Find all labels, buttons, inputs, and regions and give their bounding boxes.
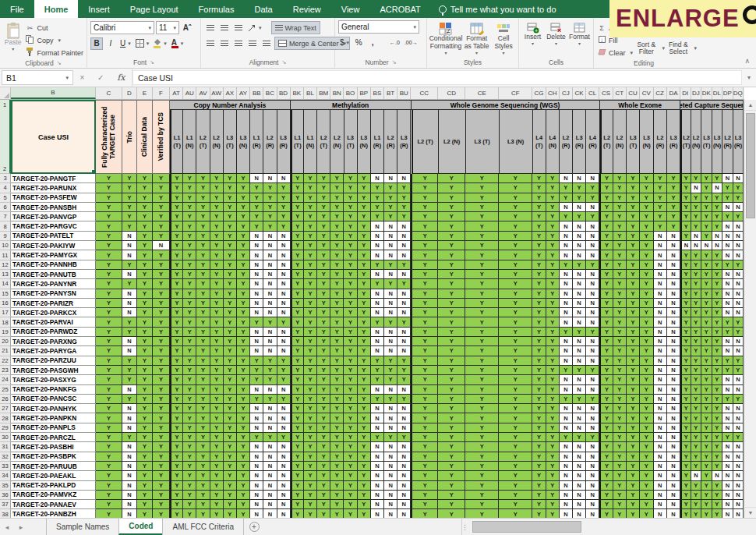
- data-cell[interactable]: N: [371, 299, 384, 308]
- data-cell[interactable]: Y: [411, 462, 438, 471]
- data-cell[interactable]: Y: [465, 509, 499, 518]
- data-cell[interactable]: N: [586, 337, 599, 346]
- group-title-copy-number-analysis[interactable]: Copy Number Analysis: [170, 100, 291, 110]
- data-cell[interactable]: N: [250, 308, 263, 317]
- data-cell[interactable]: N: [263, 404, 277, 413]
- column-header-BO[interactable]: BO: [344, 87, 357, 99]
- data-cell[interactable]: Y: [384, 260, 397, 270]
- data-cell[interactable]: N: [573, 375, 586, 384]
- data-cell[interactable]: Y: [712, 413, 723, 423]
- flag-cell[interactable]: Y: [137, 308, 153, 317]
- data-cell[interactable]: Y: [224, 375, 237, 384]
- data-cell[interactable]: N: [573, 509, 586, 518]
- data-cell[interactable]: Y: [691, 221, 702, 231]
- data-cell[interactable]: N: [397, 462, 411, 471]
- data-cell[interactable]: Y: [196, 385, 210, 395]
- data-cell[interactable]: Y: [224, 509, 237, 518]
- data-cell[interactable]: Y: [330, 509, 344, 518]
- data-cell[interactable]: Y: [183, 241, 196, 250]
- data-cell[interactable]: Y: [438, 308, 465, 317]
- data-cell[interactable]: Y: [397, 395, 411, 404]
- flag-cell[interactable]: N: [122, 385, 137, 395]
- data-cell[interactable]: N: [573, 250, 586, 260]
- data-cell[interactable]: Y: [237, 212, 250, 221]
- flag-cell[interactable]: Y: [96, 232, 122, 241]
- enter-icon[interactable]: ✓: [97, 73, 104, 82]
- data-cell[interactable]: N: [573, 356, 586, 366]
- data-cell[interactable]: N: [263, 471, 277, 480]
- data-cell[interactable]: N: [712, 241, 723, 250]
- data-cell[interactable]: Y: [613, 183, 627, 193]
- row-header-28[interactable]: 28: [0, 413, 11, 423]
- data-cell[interactable]: N: [722, 404, 733, 413]
- data-cell[interactable]: Y: [371, 212, 384, 221]
- data-cell[interactable]: Y: [627, 289, 640, 299]
- data-cell[interactable]: Y: [183, 232, 196, 241]
- data-cell[interactable]: Y: [237, 328, 250, 337]
- data-cell[interactable]: Y: [237, 337, 250, 346]
- flag-cell[interactable]: Y: [153, 500, 170, 509]
- data-cell[interactable]: Y: [499, 481, 532, 491]
- data-cell[interactable]: Y: [183, 500, 196, 509]
- data-cell[interactable]: Y: [599, 270, 613, 279]
- data-cell[interactable]: Y: [667, 174, 680, 183]
- data-cell[interactable]: Y: [224, 299, 237, 308]
- flag-cell[interactable]: Y: [137, 471, 153, 480]
- data-cell[interactable]: Y: [640, 462, 653, 471]
- data-cell[interactable]: Y: [532, 250, 546, 260]
- data-cell[interactable]: Y: [640, 413, 653, 423]
- data-cell[interactable]: N: [397, 337, 411, 346]
- data-cell[interactable]: Y: [291, 385, 304, 395]
- data-cell[interactable]: Y: [465, 423, 499, 433]
- data-cell[interactable]: N: [573, 299, 586, 308]
- subheader-cell[interactable]: L2 (N): [613, 110, 627, 174]
- flag-cell[interactable]: N: [122, 346, 137, 356]
- case-cell[interactable]: TARGET-20-PASBHI: [11, 442, 96, 452]
- data-cell[interactable]: Y: [170, 442, 183, 452]
- data-cell[interactable]: N: [384, 385, 397, 395]
- data-cell[interactable]: Y: [438, 452, 465, 462]
- data-cell[interactable]: Y: [358, 289, 371, 299]
- column-header-DP[interactable]: DP: [722, 87, 733, 99]
- data-cell[interactable]: Y: [237, 260, 250, 270]
- data-cell[interactable]: Y: [304, 232, 317, 241]
- data-cell[interactable]: N: [371, 289, 384, 299]
- formula-input[interactable]: Case USI: [132, 70, 742, 85]
- data-cell[interactable]: Y: [371, 183, 384, 193]
- data-cell[interactable]: Y: [411, 433, 438, 442]
- data-cell[interactable]: Y: [599, 375, 613, 384]
- data-cell[interactable]: Y: [210, 413, 224, 423]
- data-cell[interactable]: Y: [237, 471, 250, 480]
- data-cell[interactable]: Y: [586, 193, 599, 203]
- data-cell[interactable]: Y: [196, 404, 210, 413]
- data-cell[interactable]: N: [667, 509, 680, 518]
- data-cell[interactable]: Y: [680, 491, 691, 500]
- percent-button[interactable]: %: [352, 37, 365, 49]
- data-cell[interactable]: Y: [613, 433, 627, 442]
- data-cell[interactable]: N: [573, 241, 586, 250]
- flag-cell[interactable]: Y: [122, 279, 137, 289]
- data-cell[interactable]: Y: [411, 481, 438, 491]
- data-cell[interactable]: Y: [196, 250, 210, 260]
- data-cell[interactable]: Y: [358, 442, 371, 452]
- data-cell[interactable]: Y: [224, 279, 237, 289]
- data-cell[interactable]: Y: [330, 232, 344, 241]
- data-cell[interactable]: Y: [465, 250, 499, 260]
- flag-cell[interactable]: Y: [96, 509, 122, 518]
- case-cell[interactable]: TARGET-20-PANVGP: [11, 212, 96, 221]
- flag-cell[interactable]: Y: [137, 299, 153, 308]
- data-cell[interactable]: Y: [224, 212, 237, 221]
- flag-cell[interactable]: N: [122, 241, 137, 250]
- data-cell[interactable]: N: [371, 500, 384, 509]
- data-cell[interactable]: N: [384, 491, 397, 500]
- scroll-up-icon[interactable]: ▲: [745, 100, 756, 111]
- data-cell[interactable]: N: [560, 500, 573, 509]
- data-cell[interactable]: Y: [196, 232, 210, 241]
- data-cell[interactable]: N: [560, 442, 573, 452]
- data-cell[interactable]: Y: [317, 232, 330, 241]
- data-cell[interactable]: Y: [532, 346, 546, 356]
- data-cell[interactable]: Y: [183, 356, 196, 366]
- flag-cell[interactable]: Y: [96, 337, 122, 346]
- data-cell[interactable]: N: [573, 221, 586, 231]
- data-cell[interactable]: Y: [613, 221, 627, 231]
